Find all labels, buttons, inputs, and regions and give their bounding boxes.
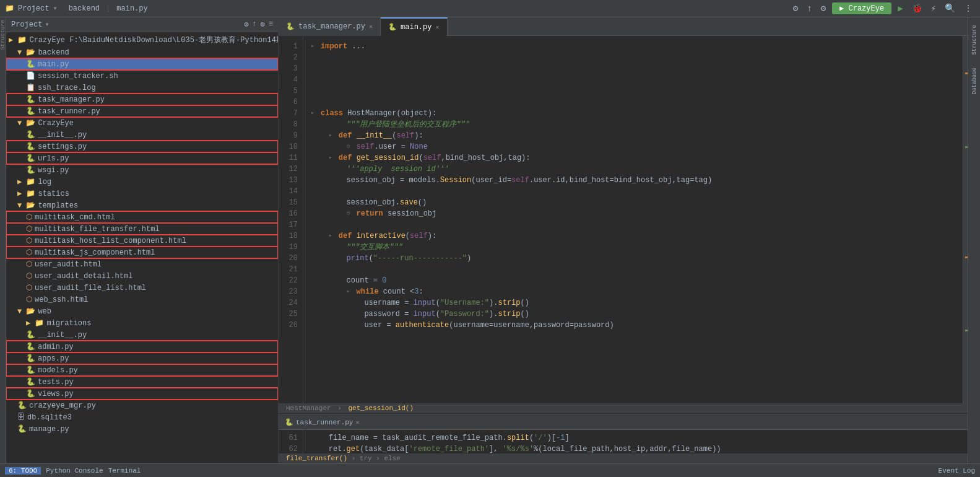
editor-tabs: 🐍task_manager.py✕🐍main.py✕ <box>279 17 968 36</box>
tree-item-wsgi.py[interactable]: 🐍wsgi.py <box>6 164 278 176</box>
scroll-mark-3 <box>965 256 968 258</box>
line-num-8: 8 <box>279 119 298 130</box>
sidebar-sync-icon[interactable]: ↑ <box>252 20 256 29</box>
sidebar-menu-icon[interactable]: ≡ <box>269 20 273 29</box>
bottom-tab-close[interactable]: ✕ <box>355 419 359 426</box>
tab-main-py[interactable]: 🐍main.py✕ <box>381 17 447 36</box>
backend-tab[interactable]: backend <box>69 4 100 13</box>
tree-item-multitask_js_component.html[interactable]: ⬡multitask_js_component.html <box>6 247 278 258</box>
file-label-templates: templates <box>38 201 78 210</box>
code-content[interactable]: ▸import ... ▸class HostManager(object): … <box>303 36 963 403</box>
more-icon[interactable]: ⋮ <box>961 3 975 14</box>
tree-item-db.sqlite3[interactable]: 🗄db.sqlite3 <box>6 411 278 423</box>
main-tab[interactable]: main.py <box>116 4 147 13</box>
tree-item-__init__.py[interactable]: 🐍__init__.py <box>6 129 278 141</box>
tree-item-statics[interactable]: ▶ 📁statics <box>6 188 278 199</box>
tree-item-multitask_file_transfer.html[interactable]: ⬡multitask_file_transfer.html <box>6 223 278 235</box>
sidebar-database[interactable]: Database <box>970 63 979 99</box>
bottom-code-content[interactable]: file_name = task_audit_remote_file_path.… <box>303 430 968 453</box>
run-button[interactable]: ▶ CrazyEye <box>832 2 891 14</box>
tree-item-web_ssh.html[interactable]: ⬡web_ssh.html <box>6 294 278 305</box>
profile-icon[interactable]: ⚡ <box>929 3 939 14</box>
run-icon[interactable]: ▶ <box>895 3 905 14</box>
debug-icon[interactable]: 🐞 <box>909 3 925 14</box>
tab-task_manager-py[interactable]: 🐍task_manager.py✕ <box>279 17 381 36</box>
file-label-main.py: main.py <box>38 60 69 69</box>
up-icon[interactable]: ↑ <box>804 4 814 14</box>
scroll-indicator[interactable] <box>963 36 968 403</box>
tree-item-templates[interactable]: ▼ 📂templates <box>6 199 278 211</box>
scroll-mark-1 <box>965 72 968 74</box>
project-label[interactable]: Project <box>18 4 49 13</box>
tree-item-task_manager.py[interactable]: 🐍task_manager.py <box>6 94 278 105</box>
bottom-breadcrumb: file_transfer() › try › else <box>279 453 968 463</box>
terminal-btn[interactable]: Terminal <box>108 467 141 475</box>
tree-item-CrazyEye[interactable]: ▼ 📂CrazyEye <box>6 117 278 129</box>
code-line-15: session_obj.save() <box>311 197 955 208</box>
python-console-btn[interactable]: Python Console <box>46 467 103 475</box>
tree-item-migrations[interactable]: ▶ 📁migrations <box>6 317 278 329</box>
file-label-urls.py: urls.py <box>38 154 69 163</box>
tree-item-tests.py[interactable]: 🐍tests.py <box>6 376 278 388</box>
tab-label: task_manager.py <box>298 22 365 31</box>
tree-item-root[interactable]: ▶ 📁CrazyEye F:\BaiduNetdiskDownload\L035… <box>6 33 278 46</box>
file-label-migrations: migrations <box>46 319 91 328</box>
bc-function: get_session_id() <box>348 405 414 412</box>
todo-badge[interactable]: 6: TODO <box>5 467 41 475</box>
sidebar-settings-icon[interactable]: ⚙ <box>244 20 248 29</box>
tree-item-user_audit_detail.html[interactable]: ⬡user_audit_detail.html <box>6 270 278 282</box>
event-log-btn[interactable]: Event Log <box>939 467 975 475</box>
line-num-14: 14 <box>279 186 298 197</box>
tree-item-settings.py[interactable]: 🐍settings.py <box>6 141 278 152</box>
file-icon-user_audit_detail.html: ⬡ <box>26 271 32 281</box>
tree-item-web[interactable]: ▼ 📂web <box>6 305 278 317</box>
config-icon[interactable]: ⚙ <box>818 3 828 14</box>
file-icon-log: ▶ 📁 <box>17 177 35 186</box>
tree-item-task_runner.py[interactable]: 🐍task_runner.py <box>6 105 278 117</box>
tree-item-apps.py[interactable]: 🐍apps.py <box>6 352 278 364</box>
tree-item-user_audit_file_list.html[interactable]: ⬡user_audit_file_list.html <box>6 282 278 294</box>
line-num-26: 26 <box>279 320 298 331</box>
tree-item-multitask_cmd.html[interactable]: ⬡multitask_cmd.html <box>6 211 278 223</box>
breadcrumb: HostManager › get_session_id() <box>279 403 968 414</box>
code-line-25: password = input("Password:").strip() <box>311 309 955 320</box>
file-icon-manage.py: 🐍 <box>17 424 27 434</box>
file-label-task_runner.py: task_runner.py <box>38 107 100 116</box>
tree-item-crazyeye_mgr.py[interactable]: 🐍crazyeye_mgr.py <box>6 400 278 411</box>
line-num-4: 4 <box>279 74 298 85</box>
tab-close-main.py[interactable]: ✕ <box>435 24 439 31</box>
tree-item-log[interactable]: ▶ 📁log <box>6 176 278 188</box>
sidebar-title: Project <box>11 20 42 29</box>
tree-item-admin.py[interactable]: 🐍admin.py <box>6 341 278 352</box>
code-editor[interactable]: 1234567891011121314151617181920212223242… <box>279 36 968 403</box>
file-icon-apps.py: 🐍 <box>26 354 35 363</box>
tree-item-session_tracker.sh[interactable]: 📄session_tracker.sh <box>6 70 278 82</box>
tree-item-models.py[interactable]: 🐍models.py <box>6 364 278 376</box>
structure-panel-icon[interactable]: Structure <box>0 17 6 53</box>
file-label-multitask_host_list_component.html: multitask_host_list_component.html <box>35 237 186 245</box>
bottom-code[interactable]: 61 62 file_name = task_audit_remote_file… <box>279 430 968 453</box>
tab-close-task_manager.py[interactable]: ✕ <box>369 23 373 30</box>
tree-item-urls.py[interactable]: 🐍urls.py <box>6 152 278 164</box>
tree-item-user_audit.html[interactable]: ⬡user_audit.html <box>6 258 278 270</box>
file-icon-session_tracker.sh: 📄 <box>26 71 35 81</box>
file-icon-main.py: 🐍 <box>26 59 35 69</box>
tree-item-backend[interactable]: ▼ 📂backend <box>6 46 278 58</box>
tree-item-multitask_host_list_component.html[interactable]: ⬡multitask_host_list_component.html <box>6 235 278 247</box>
file-label-log: log <box>38 178 51 186</box>
bottom-tab-task-runner[interactable]: 🐍 task_runner.py ✕ <box>279 415 365 430</box>
line-num-21: 21 <box>279 264 298 275</box>
tree-item-__init__web.py[interactable]: 🐍__init__.py <box>6 329 278 341</box>
tree-item-views.py[interactable]: 🐍views.py <box>6 388 278 400</box>
code-line-2 <box>311 52 955 63</box>
code-line-24: username = input("Username:").strip() <box>311 297 955 309</box>
tree-item-manage.py[interactable]: 🐍manage.py <box>6 423 278 435</box>
sidebar-structure[interactable]: Structure <box>970 20 979 60</box>
search-icon[interactable]: 🔍 <box>942 3 958 14</box>
sidebar-gear-icon[interactable]: ⚙ <box>261 20 265 29</box>
tree-item-main.py[interactable]: 🐍main.py <box>6 58 278 70</box>
sidebar-dropdown[interactable]: ▾ <box>45 20 49 29</box>
tree-item-ssh_trace.log[interactable]: 📋ssh_trace.log <box>6 82 278 94</box>
line-num-13: 13 <box>279 175 298 186</box>
settings-icon[interactable]: ⚙ <box>791 3 800 14</box>
